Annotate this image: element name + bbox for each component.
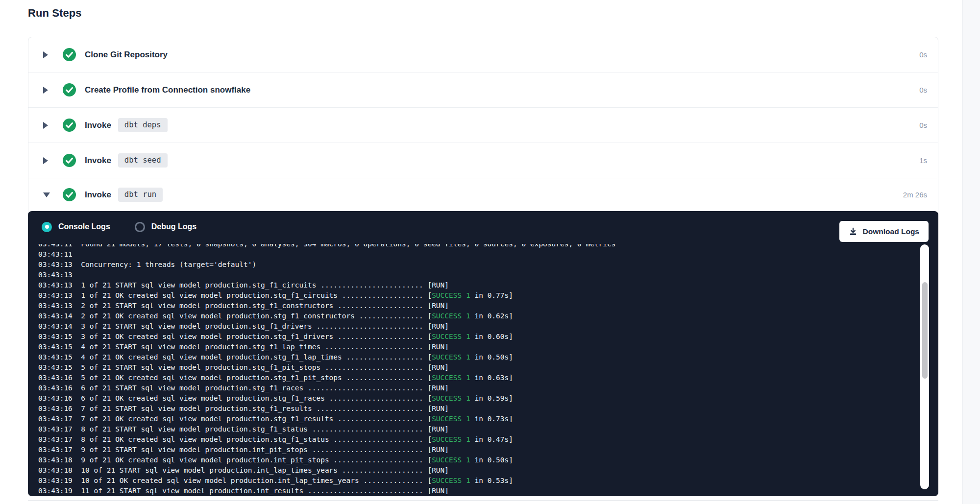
log-line: 03:43:17 8 of 21 START sql view model pr… [38, 424, 938, 434]
log-line: 03:43:14 2 of 21 OK created sql view mod… [38, 311, 938, 321]
log-line: 03:43:13 Concurrency: 1 threads (target=… [38, 260, 938, 270]
log-line: 03:43:16 6 of 21 OK created sql view mod… [38, 393, 938, 404]
log-line: 03:43:13 1 of 21 START sql view model pr… [38, 280, 938, 290]
log-line: 03:43:19 10 of 21 OK created sql view mo… [38, 476, 938, 486]
step-duration: 2m 26s [903, 191, 938, 199]
chevron-right-icon[interactable] [43, 122, 51, 129]
log-line: 03:43:18 9 of 21 OK created sql view mod… [38, 455, 938, 465]
console-log-panel: Console Logs Debug Logs Download Logs 03… [28, 211, 938, 496]
log-line: 03:43:11 Found 21 models, 17 tests, 0 sn… [38, 244, 938, 249]
radio-unselected-icon[interactable] [135, 222, 145, 232]
step-duration: 0s [919, 121, 938, 129]
console-logs-radio[interactable]: Console Logs [42, 222, 110, 232]
chevron-right-icon[interactable] [43, 157, 51, 164]
step-label: Create Profile from Connection snowflake [85, 85, 250, 95]
log-scrollbar-track[interactable] [920, 244, 929, 489]
log-line: 03:43:15 4 of 21 OK created sql view mod… [38, 352, 938, 362]
log-line: 03:43:17 9 of 21 START sql view model pr… [38, 445, 938, 455]
command-pill: dbt run [118, 188, 163, 202]
step-label: Invoke [85, 190, 111, 200]
step-row-invoke-dbt-seed[interactable]: Invoke dbt seed 1s [28, 143, 938, 178]
debug-logs-radio[interactable]: Debug Logs [135, 222, 196, 232]
log-line: 03:43:16 5 of 21 OK created sql view mod… [38, 373, 938, 383]
step-row-create-profile[interactable]: Create Profile from Connection snowflake… [28, 72, 938, 108]
log-line: 03:43:13 [38, 270, 938, 280]
page-right-gutter [962, 0, 980, 504]
log-type-controls: Console Logs Debug Logs [28, 211, 938, 242]
command-pill: dbt seed [118, 153, 168, 168]
log-line: 03:43:18 10 of 21 START sql view model p… [38, 465, 938, 476]
step-row-invoke-dbt-run[interactable]: Invoke dbt run 2m 26s [28, 178, 938, 211]
log-output-area[interactable]: 03:43:11 Found 21 models, 17 tests, 0 sn… [28, 244, 938, 496]
log-line: 03:43:16 7 of 21 START sql view model pr… [38, 404, 938, 414]
command-pill: dbt deps [118, 118, 168, 132]
download-icon [849, 227, 858, 236]
step-duration: 0s [919, 50, 938, 59]
step-label: Clone Git Repository [85, 50, 168, 60]
log-line: 03:43:17 7 of 21 OK created sql view mod… [38, 414, 938, 424]
success-check-icon [63, 48, 76, 61]
log-line: 03:43:17 8 of 21 OK created sql view mod… [38, 434, 938, 445]
next-section-divider [28, 500, 938, 501]
log-line: 03:43:13 1 of 21 OK created sql view mod… [38, 290, 938, 301]
step-label: Invoke [85, 120, 111, 130]
step-row-clone-git-repository[interactable]: Clone Git Repository 0s [28, 37, 938, 72]
radio-selected-icon[interactable] [42, 222, 52, 232]
log-line: 03:43:16 6 of 21 START sql view model pr… [38, 383, 938, 393]
console-logs-label: Console Logs [58, 222, 110, 231]
log-line: 03:43:11 [38, 249, 938, 260]
success-check-icon [63, 188, 76, 201]
step-duration: 0s [919, 86, 938, 94]
download-logs-label: Download Logs [863, 227, 919, 236]
page-title: Run Steps [28, 7, 82, 20]
log-line: 03:43:15 4 of 21 START sql view model pr… [38, 342, 938, 352]
success-check-icon [63, 119, 76, 132]
log-line: 03:43:13 2 of 21 START sql view model pr… [38, 301, 938, 311]
chevron-right-icon[interactable] [43, 87, 51, 94]
run-steps-card: Clone Git Repository 0s Create Profile f… [28, 37, 938, 496]
step-duration: 1s [919, 156, 938, 165]
log-scrollbar-thumb[interactable] [922, 282, 928, 379]
success-check-icon [63, 154, 76, 167]
log-line: 03:43:15 5 of 21 START sql view model pr… [38, 362, 938, 373]
download-logs-button[interactable]: Download Logs [839, 221, 929, 242]
log-line: 03:43:19 11 of 21 START sql view model p… [38, 486, 938, 496]
step-row-invoke-dbt-deps[interactable]: Invoke dbt deps 0s [28, 108, 938, 143]
log-line: 03:43:14 3 of 21 START sql view model pr… [38, 321, 938, 332]
chevron-right-icon[interactable] [43, 51, 51, 58]
step-label: Invoke [85, 156, 111, 166]
success-check-icon [63, 83, 76, 96]
chevron-down-icon[interactable] [43, 192, 51, 197]
debug-logs-label: Debug Logs [151, 222, 196, 231]
log-line: 03:43:15 3 of 21 OK created sql view mod… [38, 332, 938, 342]
log-lines: 03:43:11 Found 21 models, 17 tests, 0 sn… [38, 244, 938, 496]
